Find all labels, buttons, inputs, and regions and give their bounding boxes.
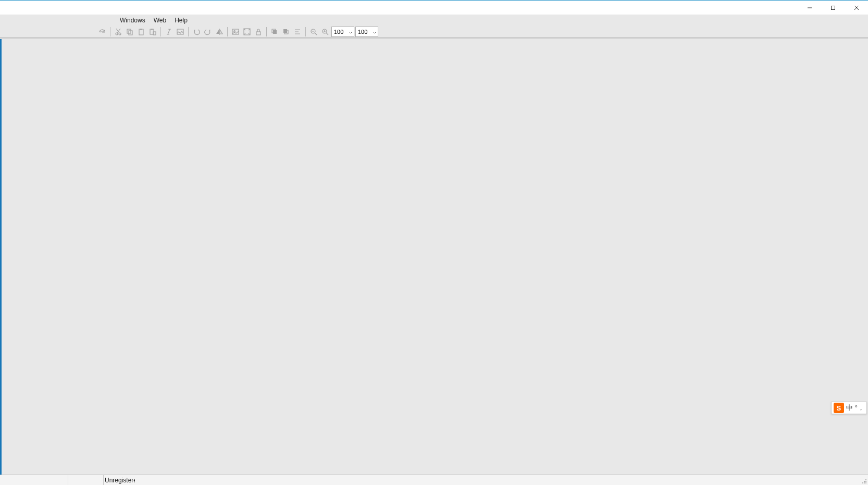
- picture-icon[interactable]: [175, 27, 185, 37]
- paste-icon[interactable]: [136, 27, 146, 37]
- menu-help[interactable]: Help: [170, 16, 192, 25]
- svg-rect-21: [283, 29, 287, 33]
- status-segment-2: [68, 475, 104, 485]
- zoom-2-value: 100: [358, 29, 367, 35]
- svg-point-5: [119, 33, 121, 35]
- svg-point-4: [116, 33, 118, 35]
- menu-bar: Windows Web Help: [0, 15, 868, 26]
- svg-point-15: [234, 30, 235, 32]
- paste-special-icon[interactable]: [147, 27, 158, 37]
- svg-rect-17: [256, 32, 261, 35]
- maximize-button[interactable]: [821, 1, 845, 15]
- align-icon[interactable]: [292, 27, 303, 37]
- italic-icon[interactable]: [164, 27, 174, 37]
- svg-rect-8: [139, 29, 143, 35]
- zoom-in-icon[interactable]: [320, 27, 330, 37]
- title-bar: [0, 1, 868, 15]
- ime-punct[interactable]: °，: [855, 403, 864, 413]
- toolbar-separator: [188, 27, 189, 36]
- svg-rect-1: [831, 6, 835, 9]
- lock-icon[interactable]: [253, 27, 264, 37]
- menu-web[interactable]: Web: [150, 16, 170, 25]
- minimize-button[interactable]: [798, 1, 821, 15]
- rotate-right-icon[interactable]: [203, 27, 213, 37]
- svg-point-28: [864, 481, 865, 482]
- toolbar-separator: [305, 27, 306, 36]
- svg-rect-18: [273, 30, 277, 34]
- status-bar: Unregistered: [0, 475, 868, 485]
- svg-point-26: [865, 481, 866, 482]
- bring-front-icon[interactable]: [269, 27, 280, 37]
- chevron-down-icon: [349, 30, 353, 34]
- toolbar-separator: [227, 27, 228, 36]
- zoom-1-value: 100: [334, 29, 343, 35]
- svg-rect-9: [140, 29, 142, 30]
- flip-horizontal-icon[interactable]: [214, 27, 225, 37]
- ime-bar[interactable]: S 中 °，: [831, 402, 867, 414]
- app-window: Windows Web Help: [0, 0, 868, 485]
- rotate-left-icon[interactable]: [191, 27, 202, 37]
- canvas-area[interactable]: [0, 39, 868, 475]
- zoom-out-icon[interactable]: [308, 27, 319, 37]
- copy-icon[interactable]: [125, 27, 135, 37]
- status-text: Unregistered: [104, 477, 135, 484]
- svg-rect-11: [151, 29, 153, 30]
- svg-point-27: [862, 482, 863, 483]
- image-icon[interactable]: [230, 27, 241, 37]
- svg-point-24: [865, 482, 866, 483]
- status-segment-1: [0, 475, 68, 485]
- zoom-2-combo[interactable]: 100: [355, 27, 378, 37]
- svg-point-25: [864, 482, 865, 483]
- fit-window-icon[interactable]: [242, 27, 252, 37]
- cut-icon[interactable]: [113, 27, 123, 37]
- menu-windows[interactable]: Windows: [116, 16, 150, 25]
- zoom-1-combo[interactable]: 100: [331, 27, 354, 37]
- send-back-icon[interactable]: [281, 27, 291, 37]
- redo-icon[interactable]: [97, 27, 107, 37]
- toolbar: 100 100: [0, 26, 868, 38]
- chevron-down-icon: [373, 30, 377, 34]
- toolbar-separator: [266, 27, 267, 36]
- ime-lang[interactable]: 中: [846, 403, 853, 413]
- sogou-logo-icon[interactable]: S: [834, 403, 844, 413]
- close-button[interactable]: [845, 1, 868, 15]
- toolbar-separator: [110, 27, 110, 36]
- svg-point-29: [865, 479, 866, 480]
- resize-grip-icon[interactable]: [861, 478, 867, 484]
- toolbar-separator: [160, 27, 161, 36]
